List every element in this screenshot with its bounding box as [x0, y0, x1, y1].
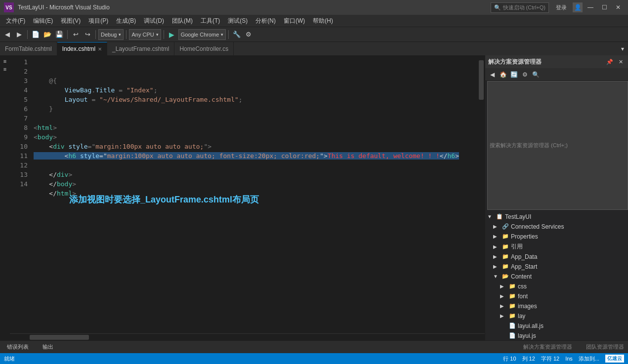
toolbar-attach[interactable]: 🔧: [231, 29, 242, 40]
maximize-button[interactable]: ☐: [598, 1, 610, 13]
tab-index-label: Index.cshtml: [62, 45, 95, 52]
tab-formtable[interactable]: FormTable.cshtml: [0, 42, 57, 56]
tree-la-label: layui.all.js: [518, 323, 544, 329]
tree-references[interactable]: ▶ 📁 引用: [485, 242, 628, 252]
toolbar-sep-3: [95, 30, 96, 39]
toolbar-run-icon[interactable]: ▶: [167, 29, 177, 40]
run-target-dropdown[interactable]: Google Chrome ▾: [178, 29, 226, 40]
tree-properties[interactable]: ▶ 📁 Properties: [485, 232, 628, 242]
tab-formtable-label: FormTable.cshtml: [5, 45, 52, 52]
gutter-icon-mid[interactable]: ≡: [2, 65, 7, 73]
se-refresh-btn[interactable]: 🔄: [509, 70, 519, 80]
tab-index[interactable]: Index.cshtml ✕: [57, 42, 107, 56]
editor-scrollbar[interactable]: [478, 55, 485, 333]
tree-connected-services[interactable]: ▶ 🔗 Connected Services: [485, 222, 628, 232]
tab-layoutframe[interactable]: _LayoutFrame.cshtml: [107, 42, 174, 56]
tab-index-close[interactable]: ✕: [98, 46, 102, 52]
tab-homecontroller-label: HomeController.cs: [179, 45, 228, 52]
tree-lui-icon: 📄: [508, 332, 516, 340]
code-area[interactable]: @{ ViewBag.Title = "Index"; Layout = "~/…: [30, 55, 478, 333]
platform-dropdown[interactable]: Any CPU ▾: [129, 29, 161, 40]
tree-cs-label: Connected Services: [511, 223, 564, 230]
se-bottom-label[interactable]: 解决方案资源管理器: [523, 343, 572, 351]
menu-view[interactable]: 视图(V): [57, 16, 84, 26]
toolbar-sep-4: [126, 30, 126, 39]
se-pin-btn[interactable]: 📌: [605, 57, 614, 66]
tree-layui-all[interactable]: 📄 layui.all.js: [485, 321, 628, 331]
editor-scroll[interactable]: 1 2 3 4 5 6 7 8 9 10 11 12 13 14 @{ View…: [10, 55, 485, 333]
solution-explorer-panel: 解决方案资源管理器 📌 ✕ ◀ 🏠 🔄 ⚙ 🔍 搜索解决方案资源管理器 (Ctr…: [485, 55, 628, 340]
menu-analyze[interactable]: 分析(N): [251, 16, 280, 26]
vs-icon: VS: [4, 2, 14, 12]
tree-app-data[interactable]: ▶ 📁 App_Data: [485, 252, 628, 262]
tree-css-label: css: [518, 283, 527, 290]
menu-debug[interactable]: 调试(D): [140, 16, 168, 26]
debug-config-dropdown[interactable]: Debug ▾: [98, 29, 124, 40]
se-filter-btn[interactable]: 🔍: [531, 70, 541, 80]
tree-images-icon: 📁: [508, 302, 516, 310]
tree-images[interactable]: ▶ 📁 images: [485, 301, 628, 311]
tree-lay[interactable]: ▶ 📁 lay: [485, 311, 628, 321]
se-search-bar[interactable]: 搜索解决方案资源管理器 (Ctrl+;): [487, 81, 628, 210]
toolbar-redo[interactable]: ↪: [82, 29, 93, 40]
error-list-tab[interactable]: 错误列表: [4, 342, 32, 352]
tree-lay-arrow: ▶: [500, 313, 507, 319]
login-button[interactable]: 登录: [556, 4, 567, 11]
tab-homecontroller[interactable]: HomeController.cs: [174, 42, 234, 56]
toolbar-forward[interactable]: ▶: [14, 29, 25, 40]
tab-layoutframe-label: _LayoutFrame.cshtml: [112, 45, 169, 52]
status-add-to[interactable]: 添加到...: [579, 355, 599, 363]
se-settings-btn[interactable]: ⚙: [520, 70, 530, 80]
editor-scrollbar-thumb[interactable]: [479, 60, 484, 100]
menu-help[interactable]: 帮助(H): [309, 16, 337, 26]
tree-la-icon: 📄: [508, 322, 516, 330]
menu-test[interactable]: 测试(S): [224, 16, 251, 26]
tree-css-icon: 📁: [508, 283, 516, 290]
tree-font[interactable]: ▶ 📁 font: [485, 291, 628, 301]
toolbar-step[interactable]: ⚙: [243, 29, 254, 40]
output-tab[interactable]: 输出: [40, 342, 56, 352]
se-close-btn[interactable]: ✕: [616, 57, 625, 66]
platform-label: Any CPU: [131, 32, 154, 38]
close-button[interactable]: ✕: [612, 1, 624, 13]
tree-lay-icon: 📁: [508, 312, 516, 320]
tree-root-label: TestLayUI: [505, 213, 531, 220]
tab-dropdown[interactable]: ▾: [617, 45, 628, 52]
toolbar-back[interactable]: ◀: [2, 29, 13, 40]
toolbar-new[interactable]: 📄: [30, 29, 41, 40]
se-back-btn[interactable]: ◀: [487, 70, 497, 80]
gutter-icon-top[interactable]: ≡: [2, 57, 7, 65]
debug-config-arrow: ▾: [119, 32, 121, 37]
status-ins: Ins: [565, 356, 573, 362]
line-numbers: 1 2 3 4 5 6 7 8 9 10 11 12 13 14: [10, 55, 30, 333]
toolbar-undo[interactable]: ↩: [70, 29, 81, 40]
editor-hscroll-thumb[interactable]: [30, 335, 89, 340]
menu-build[interactable]: 生成(B): [112, 16, 140, 26]
team-bottom-label[interactable]: 团队资源管理器: [586, 343, 624, 351]
tree-root-arrow: ▼: [487, 214, 494, 219]
tree-content[interactable]: ▼ 📂 Content: [485, 272, 628, 282]
menu-edit[interactable]: 编辑(E): [29, 16, 57, 26]
tree-layui[interactable]: 📄 layui.js: [485, 331, 628, 341]
tree-content-icon: 📂: [502, 273, 509, 281]
user-avatar[interactable]: 👤: [573, 2, 583, 12]
menu-team[interactable]: 团队(M): [168, 16, 197, 26]
tree-css[interactable]: ▶ 📁 css: [485, 282, 628, 291]
menu-window[interactable]: 窗口(W): [280, 16, 309, 26]
toolbar-save-all[interactable]: 💾: [54, 29, 65, 40]
toolbar-open[interactable]: 📂: [42, 29, 53, 40]
menu-tools[interactable]: 工具(T): [197, 16, 224, 26]
quick-launch[interactable]: 🔍 快速启动 (Ctrl+Q): [491, 2, 549, 13]
minimize-button[interactable]: —: [585, 1, 596, 13]
run-target-arrow: ▾: [221, 32, 223, 37]
main-area: ≡ ≡ 1 2 3 4 5 6 7 8 9 10 11 12 13 14 @{: [0, 55, 628, 340]
tree-ad-arrow: ▶: [493, 254, 500, 259]
tree-cs-arrow: ▶: [493, 224, 500, 229]
se-home-btn[interactable]: 🏠: [498, 70, 508, 80]
tree-app-start[interactable]: ▶ 📁 App_Start: [485, 262, 628, 272]
menu-project[interactable]: 项目(P): [84, 16, 112, 26]
menu-file[interactable]: 文件(F): [2, 16, 29, 26]
tree-images-arrow: ▶: [500, 303, 507, 309]
editor-hscrollbar[interactable]: [10, 333, 485, 340]
tree-root[interactable]: ▼ 📋 TestLayUI: [485, 212, 628, 222]
